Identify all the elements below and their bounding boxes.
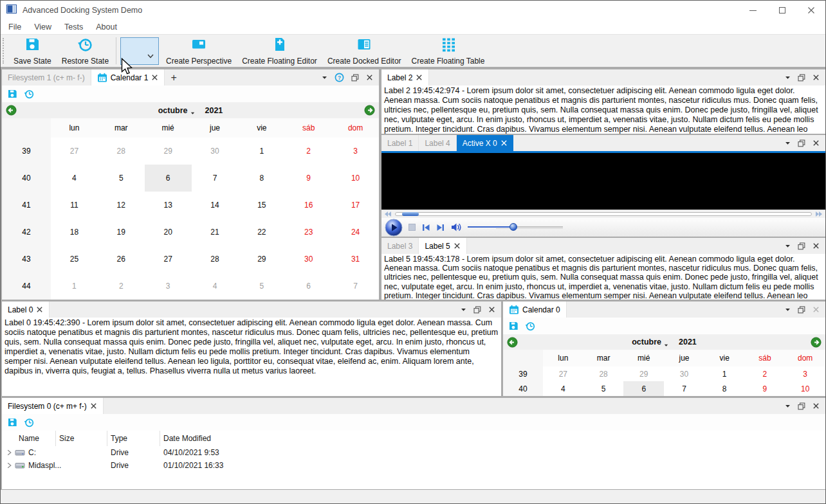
calendar-day[interactable]: 29 [623, 366, 664, 381]
volume-slider[interactable] [468, 223, 563, 231]
volume-icon[interactable] [451, 222, 462, 232]
column-header-date-modified[interactable]: Date Modified [160, 431, 825, 446]
calendar-day[interactable]: 5 [583, 381, 624, 396]
calendar-next-month-button[interactable] [811, 337, 821, 348]
save-icon-button[interactable] [508, 321, 519, 331]
tab-label-4[interactable]: Label 4 [419, 135, 456, 151]
tab-calendar-0[interactable]: Calendar 0 [503, 302, 567, 318]
tab-label-2[interactable]: Label 2 [381, 69, 429, 86]
calendar-day[interactable]: 18 [51, 219, 98, 246]
calendar-month-button[interactable]: octubre [158, 106, 188, 115]
calendar-day[interactable]: 10 [332, 165, 379, 192]
column-header-size[interactable]: Size [56, 431, 107, 446]
menu-arrow-icon[interactable] [461, 307, 466, 312]
save-icon-button[interactable] [7, 417, 17, 428]
toolbar-button-create-floating-table[interactable]: Create Floating Table [407, 35, 490, 67]
history-icon-button[interactable] [24, 417, 34, 428]
menu-arrow-icon[interactable] [785, 403, 791, 409]
calendar-day[interactable]: 4 [192, 273, 239, 300]
calendar-day[interactable]: 26 [98, 246, 145, 273]
calendar-day[interactable]: 3 [145, 273, 192, 300]
calendar-day[interactable]: 17 [332, 192, 379, 219]
calendar-day[interactable]: 15 [238, 192, 285, 219]
close-icon[interactable] [366, 74, 373, 81]
calendar-day[interactable]: 27 [145, 246, 192, 273]
calendar-day[interactable]: 22 [238, 219, 285, 246]
save-icon-button[interactable] [7, 89, 17, 99]
calendar-day[interactable]: 30 [664, 366, 704, 381]
close-icon[interactable] [812, 74, 820, 81]
tab-calendar-1[interactable]: Calendar 1 [91, 69, 165, 86]
menu-item-tests[interactable]: Tests [58, 21, 89, 33]
calendar-day[interactable]: 6 [285, 273, 332, 300]
calendar-day[interactable]: 4 [51, 165, 98, 192]
calendar-day[interactable]: 5 [238, 273, 285, 300]
calendar-day[interactable]: 4 [543, 381, 583, 396]
calendar-month-button[interactable]: octubre [632, 338, 661, 346]
undock-icon[interactable] [473, 306, 481, 314]
tab-close-icon[interactable] [151, 74, 158, 81]
toolbar-button-create-perspective[interactable]: Create Perspective [161, 35, 237, 67]
menu-arrow-icon[interactable] [785, 307, 791, 312]
calendar-day[interactable]: 27 [543, 366, 583, 381]
tab-filesystem-1-c-m-f[interactable]: Filesystem 1 (c+ m- f-) [2, 69, 91, 86]
expand-chevron-icon[interactable] [7, 462, 12, 469]
calendar-day[interactable]: 19 [98, 219, 145, 246]
calendar-day[interactable]: 7 [192, 165, 239, 192]
undock-icon[interactable] [798, 402, 805, 410]
tab-active-x-0[interactable]: Active X 0 [457, 135, 513, 151]
undock-icon[interactable] [798, 242, 805, 250]
calendar-day[interactable]: 28 [583, 366, 624, 381]
calendar-day[interactable]: 1 [51, 273, 98, 300]
calendar-day[interactable]: 2 [98, 273, 145, 300]
calendar-day[interactable]: 3 [785, 366, 825, 381]
calendar-day[interactable]: 12 [98, 192, 145, 219]
tab-label-0[interactable]: Label 0 [2, 302, 50, 318]
calendar-day[interactable]: 21 [192, 219, 239, 246]
expand-chevron-icon[interactable] [7, 449, 12, 456]
next-button[interactable] [436, 224, 445, 231]
calendar-day[interactable]: 3 [332, 138, 379, 165]
calendar-day[interactable]: 30 [285, 246, 332, 273]
column-header-name[interactable]: Name [2, 431, 56, 446]
calendar-day[interactable]: 16 [285, 192, 332, 219]
close-icon[interactable] [812, 402, 820, 410]
toolbar-drag-handle[interactable] [3, 38, 6, 64]
undock-icon[interactable] [798, 74, 805, 82]
close-icon[interactable] [812, 306, 820, 313]
calendar-day[interactable]: 9 [745, 381, 785, 396]
tab-label-3[interactable]: Label 3 [381, 238, 419, 254]
toolbar-button-create-floating-editor[interactable]: Create Floating Editor [237, 35, 322, 67]
undock-icon[interactable] [798, 306, 805, 314]
calendar-day[interactable]: 1 [238, 138, 285, 165]
seek-slider-thumb[interactable] [402, 212, 419, 216]
close-icon[interactable] [812, 242, 820, 249]
history-icon-button[interactable] [525, 321, 535, 331]
menu-item-view[interactable]: View [28, 21, 58, 33]
calendar-day[interactable]: 10 [785, 381, 825, 396]
close-button[interactable] [796, 1, 825, 20]
seek-back-icon[interactable] [384, 212, 392, 217]
menu-arrow-icon[interactable] [785, 243, 791, 249]
help-icon[interactable]: ? [335, 73, 344, 82]
close-icon[interactable] [812, 140, 820, 147]
calendar-day[interactable]: 28 [98, 138, 145, 165]
calendar-day[interactable]: 2 [285, 138, 332, 165]
calendar-next-month-button[interactable] [364, 105, 375, 116]
play-button[interactable] [385, 219, 403, 237]
calendar-day[interactable]: 6 [623, 381, 664, 396]
calendar-day[interactable]: 8 [238, 165, 285, 192]
calendar-day[interactable]: 7 [332, 273, 379, 300]
calendar-day[interactable]: 29 [145, 138, 192, 165]
calendar-day[interactable]: 2 [745, 366, 785, 381]
table-row[interactable]: C:Drive04/10/2021 9:53 [2, 446, 825, 459]
close-icon[interactable] [488, 306, 495, 313]
table-row[interactable]: Midaspl...Drive01/10/2021 16:33 [2, 459, 825, 472]
tab-close-icon[interactable] [454, 242, 461, 249]
toolbar-button-save-state[interactable]: Save State [8, 35, 57, 67]
menu-arrow-icon[interactable] [785, 75, 791, 80]
menu-item-about[interactable]: About [89, 21, 124, 33]
new-tab-button[interactable]: + [165, 69, 182, 86]
calendar-year-button[interactable]: 2021 [205, 106, 223, 115]
tab-filesystem-0-c-m-f[interactable]: Filesystem 0 (c+ m+ f-) [2, 398, 104, 414]
